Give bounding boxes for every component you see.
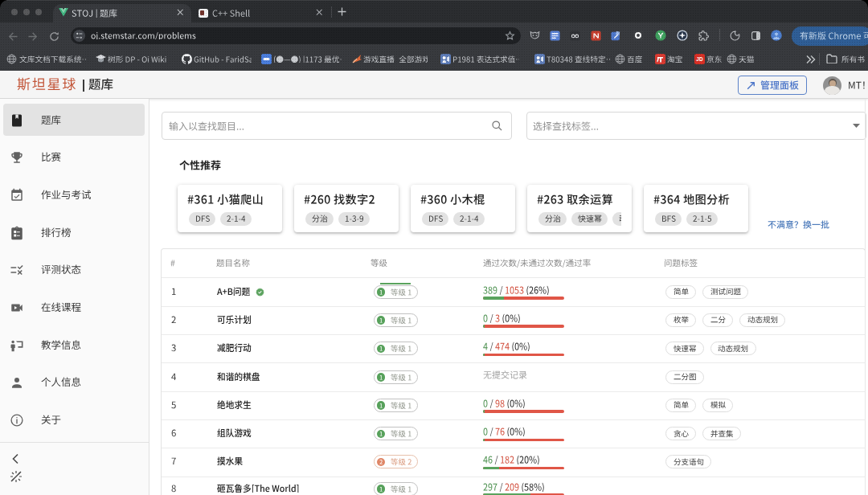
svg-text:JD: JD [696,56,703,62]
